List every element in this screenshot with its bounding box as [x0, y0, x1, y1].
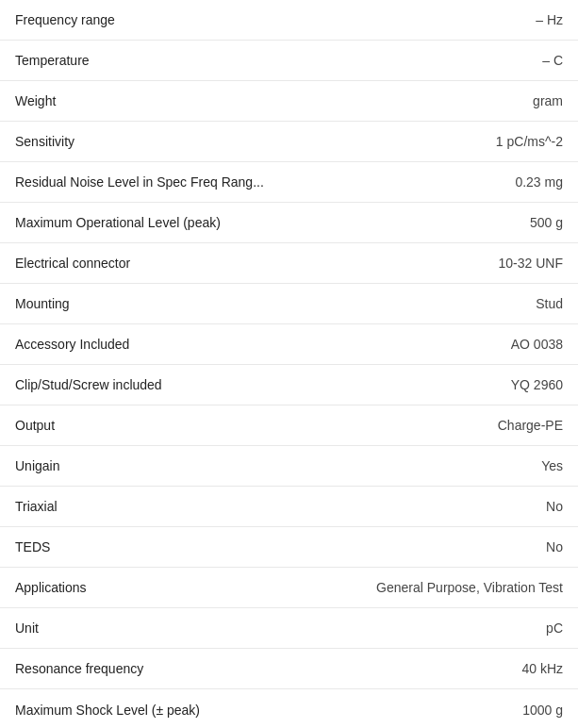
spec-label-residual-noise: Residual Noise Level in Spec Freq Rang..…	[15, 174, 515, 190]
spec-row-residual-noise: Residual Noise Level in Spec Freq Rang..…	[0, 162, 578, 203]
spec-row-clip-stud-screw: Clip/Stud/Screw includedYQ 2960	[0, 365, 578, 405]
spec-label-teds: TEDS	[15, 539, 546, 554]
spec-label-accessory-included: Accessory Included	[15, 337, 511, 352]
spec-value-output: Charge-PE	[498, 418, 563, 433]
spec-value-triaxial: No	[546, 499, 563, 514]
spec-value-accessory-included: AO 0038	[511, 337, 563, 352]
spec-row-weight: Weightgram	[0, 81, 578, 122]
spec-label-triaxial: Triaxial	[15, 499, 546, 514]
spec-label-sensitivity: Sensitivity	[15, 134, 496, 149]
spec-label-clip-stud-screw: Clip/Stud/Screw included	[15, 377, 511, 392]
spec-value-sensitivity: 1 pC/ms^-2	[496, 134, 563, 149]
specs-list: Frequency range– HzTemperature– CWeightg…	[0, 0, 578, 728]
spec-value-temperature: – C	[542, 53, 563, 68]
spec-row-accessory-included: Accessory IncludedAO 0038	[0, 324, 578, 365]
spec-row-max-operational: Maximum Operational Level (peak)500 g	[0, 203, 578, 243]
spec-row-max-shock-level: Maximum Shock Level (± peak)1000 g	[0, 689, 578, 728]
spec-value-mounting: Stud	[536, 296, 563, 311]
spec-value-frequency-range: – Hz	[536, 12, 563, 27]
spec-value-applications: General Purpose, Vibration Test	[376, 580, 563, 595]
spec-row-applications: ApplicationsGeneral Purpose, Vibration T…	[0, 568, 578, 608]
spec-label-resonance-frequency: Resonance frequency	[15, 661, 521, 676]
spec-value-weight: gram	[533, 93, 563, 108]
spec-value-unit: pC	[546, 620, 563, 636]
spec-label-electrical-connector: Electrical connector	[15, 256, 499, 271]
spec-row-triaxial: TriaxialNo	[0, 487, 578, 527]
spec-value-teds: No	[546, 539, 563, 554]
spec-value-resonance-frequency: 40 kHz	[521, 661, 563, 676]
spec-label-max-shock-level: Maximum Shock Level (± peak)	[15, 703, 522, 718]
spec-value-max-shock-level: 1000 g	[522, 703, 563, 718]
spec-label-output: Output	[15, 418, 498, 433]
spec-value-max-operational: 500 g	[530, 215, 563, 230]
spec-value-residual-noise: 0.23 mg	[515, 174, 563, 190]
spec-value-clip-stud-screw: YQ 2960	[511, 377, 563, 392]
spec-value-electrical-connector: 10-32 UNF	[499, 256, 563, 271]
spec-row-unit: UnitpC	[0, 608, 578, 649]
spec-label-unigain: Unigain	[15, 458, 541, 473]
spec-label-frequency-range: Frequency range	[15, 12, 536, 27]
spec-label-applications: Applications	[15, 580, 376, 595]
spec-row-mounting: MountingStud	[0, 284, 578, 324]
spec-row-sensitivity: Sensitivity1 pC/ms^-2	[0, 122, 578, 162]
spec-value-unigain: Yes	[541, 458, 563, 473]
spec-label-weight: Weight	[15, 93, 533, 108]
spec-row-unigain: UnigainYes	[0, 446, 578, 487]
spec-label-temperature: Temperature	[15, 53, 542, 68]
spec-row-output: OutputCharge-PE	[0, 405, 578, 446]
spec-label-max-operational: Maximum Operational Level (peak)	[15, 215, 530, 230]
spec-row-teds: TEDSNo	[0, 527, 578, 568]
spec-row-resonance-frequency: Resonance frequency40 kHz	[0, 649, 578, 689]
spec-label-unit: Unit	[15, 620, 546, 636]
spec-row-frequency-range: Frequency range– Hz	[0, 0, 578, 41]
spec-row-electrical-connector: Electrical connector10-32 UNF	[0, 243, 578, 284]
spec-label-mounting: Mounting	[15, 296, 536, 311]
spec-row-temperature: Temperature– C	[0, 41, 578, 81]
